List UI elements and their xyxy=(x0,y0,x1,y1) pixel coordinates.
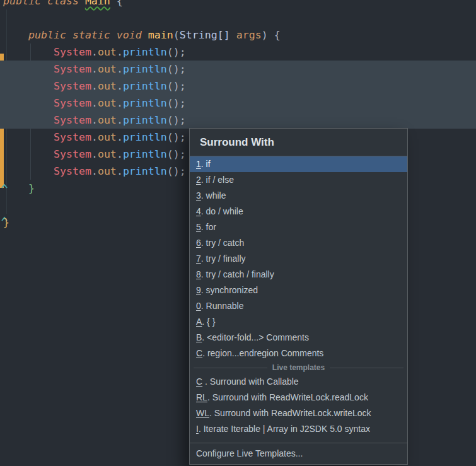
option-label: . while xyxy=(201,190,226,201)
code-token: . xyxy=(91,97,98,109)
code-token xyxy=(3,80,54,92)
code-token: out xyxy=(98,114,117,126)
code-line[interactable]: System.out.println(); xyxy=(0,61,476,78)
code-line[interactable]: public class Main { xyxy=(0,0,476,9)
code-token: out xyxy=(98,97,117,109)
code-token: . xyxy=(91,63,98,75)
code-token: System xyxy=(54,114,91,126)
option-mnemonic: C xyxy=(196,348,202,358)
code-token: println xyxy=(123,131,167,143)
code-token: String[] xyxy=(180,29,236,41)
surround-option[interactable]: I. Iterate Iterable | Array in J2SDK 5.0… xyxy=(190,421,407,437)
surround-option[interactable]: 0. Runnable xyxy=(190,298,407,314)
code-token: . xyxy=(117,114,123,126)
code-line[interactable]: System.out.println(); xyxy=(0,95,476,112)
code-token: (); xyxy=(167,131,186,143)
option-label: . region...endregion Comments xyxy=(202,348,323,358)
surround-option[interactable]: C. region...endregion Comments xyxy=(190,346,407,361)
ide-window: public class Main { public static void m… xyxy=(0,0,476,466)
option-mnemonic: WL xyxy=(196,408,209,418)
surround-option[interactable]: 5. for xyxy=(190,219,407,235)
surround-option[interactable]: 1. if xyxy=(190,156,407,172)
code-token: out xyxy=(98,148,117,160)
surround-option[interactable]: B. <editor-fold...> Comments xyxy=(190,330,407,346)
code-token: println xyxy=(123,165,167,177)
surround-option[interactable]: 3. while xyxy=(190,188,407,204)
code-token: . xyxy=(117,46,123,58)
code-token: . xyxy=(91,114,98,126)
surround-option[interactable]: 9. synchronized xyxy=(190,283,407,298)
code-token: . xyxy=(91,131,98,143)
option-mnemonic: 5 xyxy=(196,222,201,232)
option-mnemonic: 6 xyxy=(196,238,201,248)
code-token: } xyxy=(28,182,35,194)
code-token: println xyxy=(123,114,167,126)
option-label: . for xyxy=(201,222,216,232)
surround-option[interactable]: 7. try / finally xyxy=(190,251,407,267)
code-line[interactable] xyxy=(0,9,476,26)
option-mnemonic: 0 xyxy=(196,301,201,311)
option-mnemonic: 1 xyxy=(196,159,201,169)
code-token: out xyxy=(98,63,117,75)
code-token: (); xyxy=(167,63,186,75)
code-token: public class xyxy=(3,0,85,7)
option-mnemonic: B xyxy=(196,332,202,342)
code-token: ) { xyxy=(262,29,281,41)
code-token: out xyxy=(98,165,117,177)
popup-title: Surround With xyxy=(190,129,407,156)
surround-option[interactable]: 4. do / while xyxy=(190,204,407,219)
code-line[interactable]: public static void main(String[] args) { xyxy=(0,26,476,44)
code-token xyxy=(3,97,54,109)
code-token: println xyxy=(123,148,167,160)
code-token: (); xyxy=(167,114,186,126)
code-token xyxy=(3,29,28,41)
code-token: System xyxy=(54,63,91,75)
code-token: . xyxy=(117,148,123,160)
option-label: . <editor-fold...> Comments xyxy=(202,332,309,342)
code-token: println xyxy=(123,46,167,58)
code-token: args xyxy=(236,29,262,41)
code-token: System xyxy=(54,97,91,109)
surround-option[interactable]: 2. if / else xyxy=(190,172,407,188)
option-label: . if xyxy=(201,159,211,169)
option-label: . try / finally xyxy=(201,253,246,264)
option-label: . try / catch / finally xyxy=(201,269,274,279)
option-label: . Runnable xyxy=(201,301,244,311)
code-line[interactable]: System.out.println(); xyxy=(0,78,476,95)
code-token: System xyxy=(54,165,91,177)
separator-line xyxy=(194,368,267,368)
code-token: main xyxy=(148,29,173,41)
surround-option[interactable]: A. { } xyxy=(190,314,407,330)
code-line[interactable]: System.out.println(); xyxy=(0,112,476,129)
code-token: System xyxy=(54,131,91,143)
surround-option[interactable]: RL. Surround with ReadWriteLock.readLock xyxy=(190,390,407,405)
configure-live-templates-link[interactable]: Configure Live Templates... xyxy=(190,443,407,464)
surround-option[interactable]: C . Surround with Callable xyxy=(190,374,407,390)
code-token xyxy=(3,182,28,194)
option-mnemonic: C xyxy=(196,376,202,387)
separator-label: Live templates xyxy=(272,363,325,372)
code-token: . xyxy=(91,148,98,160)
surround-option[interactable]: 6. try / catch xyxy=(190,235,407,251)
option-label: . Iterate Iterable | Array in J2SDK 5.0 … xyxy=(199,424,370,434)
live-templates-separator: Live templates xyxy=(190,361,407,374)
surround-option[interactable]: WL. Surround with ReadWriteLock.writeLoc… xyxy=(190,405,407,421)
code-line[interactable]: System.out.println(); xyxy=(0,44,476,61)
code-token: . xyxy=(117,131,123,143)
option-label: . if / else xyxy=(201,175,234,185)
code-token xyxy=(3,165,54,177)
option-mnemonic: A xyxy=(196,317,202,327)
code-token: (); xyxy=(167,80,186,92)
code-token: System xyxy=(54,80,91,92)
live-templates-list: C . Surround with CallableRL. Surround w… xyxy=(190,374,407,437)
code-token xyxy=(3,63,54,75)
code-token xyxy=(3,46,54,58)
code-token: } xyxy=(3,216,9,228)
code-token xyxy=(3,131,54,143)
code-token: public static void xyxy=(28,29,148,41)
option-mnemonic: 7 xyxy=(196,253,201,264)
code-token: . xyxy=(91,165,98,177)
code-token: ( xyxy=(173,29,180,41)
surround-option[interactable]: 8. try / catch / finally xyxy=(190,267,407,283)
code-token: . xyxy=(117,165,123,177)
